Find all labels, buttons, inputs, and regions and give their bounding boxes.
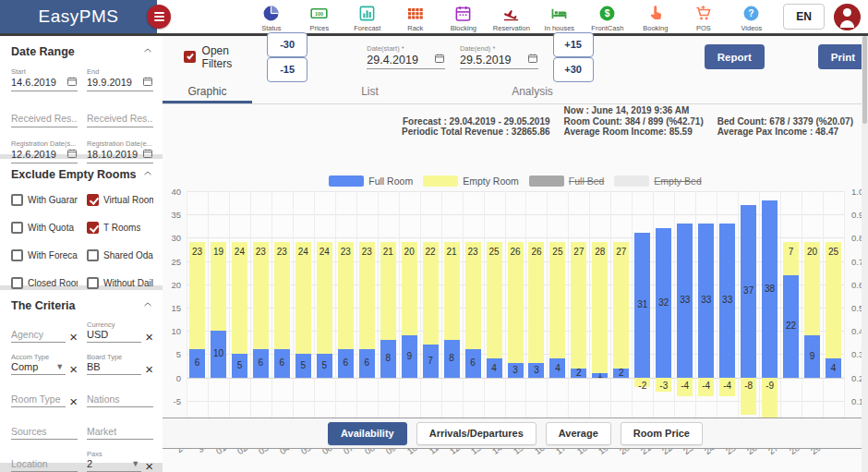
shift-button-30[interactable]: -30: [267, 32, 307, 57]
input-accom-type[interactable]: Comp▼: [11, 361, 66, 375]
input-placeholder-sources[interactable]: Sources: [11, 426, 78, 440]
input-board-type[interactable]: BB: [87, 361, 141, 375]
dropdown-caret-icon[interactable]: ▼: [55, 362, 66, 371]
nav-item-forecast[interactable]: Forecast: [346, 5, 388, 32]
checkbox-shared-odalar[interactable]: Shared Odalar: [87, 249, 153, 261]
bar-empty-room-06-may[interactable]: [338, 242, 354, 349]
input-start[interactable]: 14.6.2019: [11, 76, 78, 91]
date-end-input[interactable]: 29.5.2019: [460, 53, 538, 69]
nav-item-prices[interactable]: 100Prices: [298, 5, 340, 32]
bar-empty-room-18-may[interactable]: [592, 242, 608, 372]
bar-empty-room-10-may[interactable]: [423, 242, 439, 345]
bar-empty-room-19-may[interactable]: [613, 242, 629, 368]
clear-icon[interactable]: ×: [69, 396, 78, 407]
checkbox-with-forecast[interactable]: With Forecast: [11, 249, 78, 261]
language-button[interactable]: EN: [783, 4, 825, 30]
input-placeholder-market[interactable]: Market: [87, 426, 153, 440]
scrollbar-thumb[interactable]: [862, 36, 867, 124]
date-start-input[interactable]: 29.4.2019: [367, 53, 445, 69]
dropdown-caret-icon[interactable]: ▼: [131, 459, 141, 468]
bar-empty-room-07-may[interactable]: [359, 242, 375, 349]
calendar-icon[interactable]: [434, 53, 445, 67]
bar-empty-room-04-may[interactable]: [295, 242, 311, 354]
nav-item-pos[interactable]: POS: [682, 5, 724, 32]
shift-button-15[interactable]: +15: [553, 32, 594, 57]
tab-graphic[interactable]: Graphic: [163, 78, 252, 103]
bar-empty-room-29-apr[interactable]: [189, 242, 205, 349]
tab-analysis[interactable]: Analysis: [488, 78, 577, 103]
clear-icon[interactable]: ×: [145, 332, 153, 343]
nav-item-blocking[interactable]: Blocking: [442, 5, 484, 32]
collapse-chevron-up-icon[interactable]: [142, 43, 153, 60]
clear-icon[interactable]: ×: [145, 364, 153, 375]
clear-icon[interactable]: ×: [145, 461, 153, 472]
calendar-icon[interactable]: [527, 53, 538, 67]
print-button[interactable]: Print: [818, 44, 868, 69]
legend-item-full-room[interactable]: Full Room: [329, 175, 413, 187]
availability-chart: Full RoomEmpty RoomFull BedEmpty Bed 403…: [163, 175, 868, 454]
bar-value-label: 10: [206, 348, 230, 358]
user-avatar[interactable]: [834, 4, 861, 30]
nav-item-frontcash[interactable]: $FrontCash: [586, 5, 628, 32]
calendar-icon[interactable]: [142, 148, 153, 161]
collapse-chevron-up-icon[interactable]: [142, 297, 153, 314]
input-placeholder-received-res[interactable]: Received Res...: [87, 112, 153, 127]
input-placeholder-location[interactable]: Location: [11, 458, 78, 472]
tab-list[interactable]: List: [325, 78, 415, 103]
mode-button-average[interactable]: Average: [546, 422, 611, 445]
bar-empty-room-15-may[interactable]: [528, 242, 544, 363]
nav-item-booking[interactable]: Booking: [634, 5, 676, 32]
nav-item-reservation[interactable]: Reservation: [490, 5, 532, 32]
legend-item-empty-bed[interactable]: Empty Bed: [614, 175, 701, 187]
calendar-icon[interactable]: [66, 76, 78, 89]
checkbox-with-guarantee[interactable]: With Guarantee: [11, 194, 78, 206]
checkbox-with-quota[interactable]: With Quota: [11, 222, 78, 234]
input-end[interactable]: 19.9.2019: [87, 76, 153, 91]
date-start-field[interactable]: Date(start) * 29.4.2019: [367, 44, 445, 69]
input-placeholder-agency[interactable]: Agency: [11, 329, 66, 343]
bar-empty-room-29-may[interactable]: [826, 242, 841, 358]
bar-empty-room-03-may[interactable]: [274, 242, 290, 349]
menu-hamburger-icon[interactable]: [147, 5, 171, 29]
mode-button-arrivals-departures[interactable]: Arrivals/Departures: [416, 422, 536, 445]
bar-empty-room-14-may[interactable]: [508, 242, 524, 363]
collapse-chevron-up-icon[interactable]: [142, 166, 153, 183]
checkbox-t-rooms[interactable]: T Rooms: [87, 222, 153, 234]
bar-empty-room-13-may[interactable]: [487, 242, 502, 358]
input-currency[interactable]: USD: [87, 329, 141, 343]
calendar-icon[interactable]: [142, 76, 153, 89]
field-start: Start14.6.2019: [11, 67, 78, 91]
nav-item-rack[interactable]: Rack: [394, 5, 436, 32]
checkbox-virtual-rooms[interactable]: Virtual Rooms: [87, 194, 153, 206]
calendar-icon[interactable]: [66, 148, 78, 161]
checkbox-without-daily-uses[interactable]: Without Daily Uses: [87, 277, 153, 289]
bar-empty-room-01-may[interactable]: [232, 242, 247, 354]
open-filters-checkbox[interactable]: Open Filters: [184, 44, 259, 70]
nav-item-status[interactable]: Status: [250, 5, 292, 32]
bar-empty-room-17-may[interactable]: [571, 242, 586, 368]
input-registration-date-e[interactable]: 18.10.2019: [87, 148, 153, 163]
app-logo[interactable]: EasyPMS: [0, 0, 157, 33]
report-button[interactable]: Report: [705, 44, 765, 69]
mode-button-room-price[interactable]: Room Price: [621, 422, 703, 445]
input-placeholder-nations[interactable]: Nations: [87, 393, 153, 407]
legend-item-full-bed[interactable]: Full Bed: [529, 175, 605, 187]
bar-empty-room-05-may[interactable]: [317, 242, 332, 354]
input-paxs[interactable]: 2▼: [87, 458, 141, 472]
nav-item-videos[interactable]: ?Videos: [730, 5, 772, 32]
mode-button-availability[interactable]: Availability: [328, 422, 407, 445]
nav-item-in-houses[interactable]: In houses: [538, 5, 580, 32]
checkbox-closed-rooms[interactable]: Closed Rooms: [11, 277, 78, 289]
clear-icon[interactable]: ×: [69, 364, 78, 375]
bar-empty-room-12-may[interactable]: [465, 242, 481, 349]
vertical-scrollbar[interactable]: [862, 36, 868, 472]
bar-empty-room-16-may[interactable]: [549, 242, 565, 358]
input-placeholder-room-type[interactable]: Room Type: [11, 393, 66, 407]
input-placeholder-received-res[interactable]: Received Res...: [11, 112, 78, 127]
date-end-field[interactable]: Date(end) * 29.5.2019: [460, 44, 538, 69]
bar-empty-room-02-may[interactable]: [253, 242, 269, 349]
legend-item-empty-room[interactable]: Empty Room: [423, 175, 519, 187]
input-registration-date-s[interactable]: 12.6.2019: [11, 148, 78, 163]
field-room-type: Room Type×: [11, 385, 78, 407]
clear-icon[interactable]: ×: [69, 332, 78, 343]
